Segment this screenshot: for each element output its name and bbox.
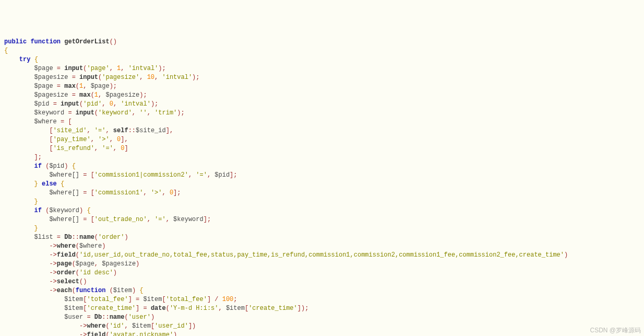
code-block: public function getOrderList() { try { $… [4,38,640,336]
